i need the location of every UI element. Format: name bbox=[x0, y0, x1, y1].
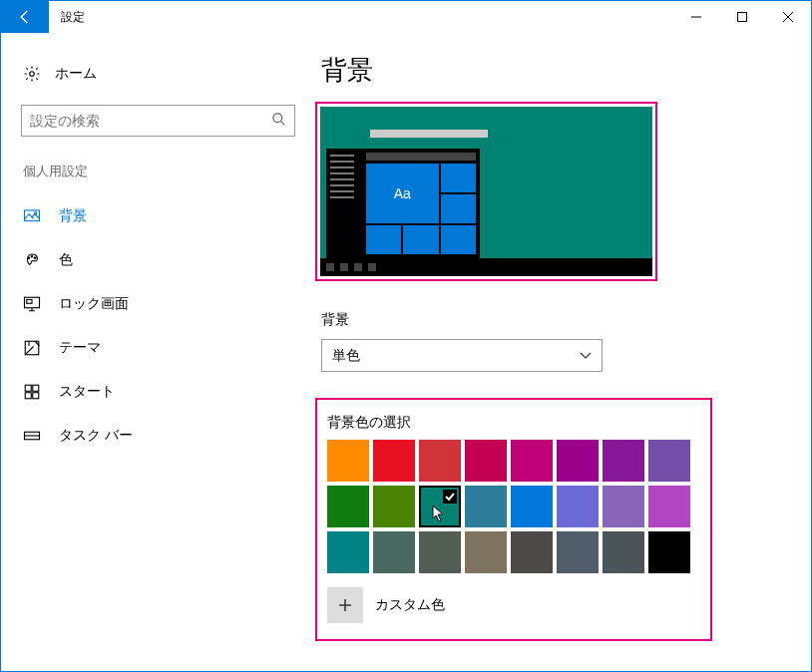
nav-label: タスク バー bbox=[59, 427, 133, 445]
sidebar-item-4[interactable]: スタート bbox=[1, 370, 315, 414]
sidebar-item-3[interactable]: テーマ bbox=[1, 326, 315, 370]
color-swatch[interactable] bbox=[419, 531, 461, 573]
nav-label: スタート bbox=[59, 383, 115, 401]
nav-label: 色 bbox=[59, 251, 73, 269]
maximize-button[interactable] bbox=[719, 1, 765, 33]
page-title: 背景 bbox=[321, 53, 771, 88]
svg-point-6 bbox=[31, 256, 33, 258]
svg-rect-0 bbox=[738, 13, 747, 22]
color-swatch[interactable] bbox=[603, 486, 644, 527]
svg-rect-12 bbox=[33, 385, 39, 391]
color-swatch[interactable] bbox=[327, 486, 369, 527]
titlebar: 設定 bbox=[1, 1, 811, 33]
custom-color-label: カスタム色 bbox=[375, 596, 445, 614]
color-swatch[interactable] bbox=[465, 486, 507, 527]
svg-rect-11 bbox=[25, 385, 31, 391]
home-link[interactable]: ホーム bbox=[1, 59, 315, 89]
color-swatch[interactable] bbox=[373, 440, 415, 482]
color-swatch[interactable] bbox=[373, 531, 415, 573]
nav-label: テーマ bbox=[59, 339, 101, 357]
preview-start-menu: Aa bbox=[326, 149, 480, 258]
svg-point-7 bbox=[34, 257, 36, 259]
color-swatch[interactable] bbox=[511, 440, 553, 482]
color-swatch[interactable] bbox=[648, 531, 690, 573]
svg-point-4 bbox=[35, 212, 37, 214]
color-swatch[interactable] bbox=[511, 531, 553, 573]
color-swatch[interactable] bbox=[557, 531, 599, 573]
svg-rect-9 bbox=[27, 300, 32, 304]
nav-label: 背景 bbox=[59, 207, 87, 225]
color-picker-section: 背景色の選択 カスタム色 bbox=[315, 398, 712, 641]
background-type-dropdown[interactable]: 単色 bbox=[321, 339, 603, 372]
search-icon bbox=[271, 112, 286, 130]
preview-taskbar bbox=[320, 258, 652, 276]
search-input[interactable] bbox=[21, 105, 295, 137]
color-swatch[interactable] bbox=[465, 440, 507, 482]
desktop-preview: Aa bbox=[315, 102, 657, 281]
sidebar-item-2[interactable]: ロック画面 bbox=[1, 282, 315, 326]
color-swatch[interactable] bbox=[557, 486, 599, 527]
home-label: ホーム bbox=[55, 65, 97, 83]
svg-point-2 bbox=[273, 114, 282, 123]
colorpicker-label: 背景色の選択 bbox=[327, 414, 700, 432]
content: 背景 Aa bbox=[315, 33, 811, 671]
color-swatch[interactable] bbox=[603, 531, 644, 573]
section-label: 個人用設定 bbox=[1, 163, 315, 180]
color-swatch[interactable] bbox=[419, 486, 461, 527]
svg-rect-13 bbox=[25, 393, 31, 399]
dropdown-label: 背景 bbox=[321, 311, 771, 329]
chevron-down-icon bbox=[580, 350, 592, 362]
svg-point-5 bbox=[28, 257, 30, 259]
nav-icon bbox=[23, 295, 41, 313]
window-title: 設定 bbox=[49, 1, 85, 33]
color-swatch[interactable] bbox=[648, 440, 690, 482]
back-button[interactable] bbox=[1, 1, 49, 33]
sidebar-item-5[interactable]: タスク バー bbox=[1, 414, 315, 458]
sidebar-item-0[interactable]: 背景 bbox=[1, 194, 315, 238]
color-swatch[interactable] bbox=[419, 440, 461, 482]
minimize-button[interactable] bbox=[673, 1, 719, 33]
custom-color-button[interactable] bbox=[327, 587, 363, 623]
nav-icon bbox=[23, 383, 41, 401]
preview-window bbox=[370, 130, 488, 138]
search-field[interactable] bbox=[30, 113, 271, 129]
nav-icon bbox=[23, 427, 41, 445]
color-swatch[interactable] bbox=[557, 440, 599, 482]
nav-label: ロック画面 bbox=[59, 295, 129, 313]
color-swatch[interactable] bbox=[648, 486, 690, 527]
gear-icon bbox=[23, 65, 41, 83]
color-swatch[interactable] bbox=[327, 531, 369, 573]
sidebar: ホーム 個人用設定 背景色ロック画面テーマスタートタスク バー bbox=[1, 33, 315, 671]
color-swatch[interactable] bbox=[511, 486, 553, 527]
svg-point-1 bbox=[30, 72, 35, 77]
close-button[interactable] bbox=[765, 1, 811, 33]
dropdown-value: 単色 bbox=[332, 347, 360, 365]
nav-icon bbox=[23, 339, 41, 357]
color-swatch[interactable] bbox=[465, 531, 507, 573]
color-swatch[interactable] bbox=[327, 440, 369, 482]
sidebar-item-1[interactable]: 色 bbox=[1, 238, 315, 282]
nav-icon bbox=[23, 207, 41, 225]
color-swatch[interactable] bbox=[603, 440, 644, 482]
nav-icon bbox=[23, 251, 41, 269]
color-swatch[interactable] bbox=[373, 486, 415, 527]
svg-rect-14 bbox=[33, 393, 39, 399]
